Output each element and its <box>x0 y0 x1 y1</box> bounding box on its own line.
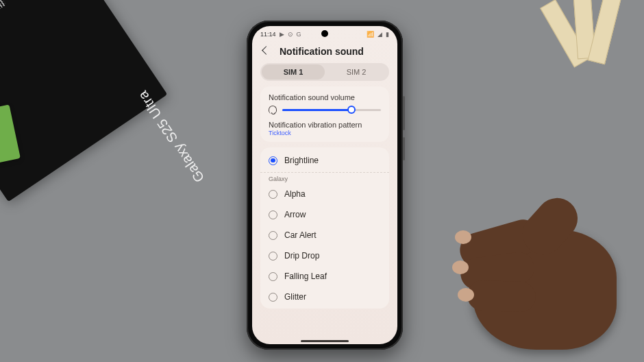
barcode <box>0 0 6 58</box>
page-title: Notification sound <box>280 46 364 57</box>
gesture-bar[interactable] <box>301 340 349 342</box>
header: Notification sound <box>252 43 397 63</box>
product-box-label: Galaxy S25 Ultra <box>135 88 208 185</box>
sound-option[interactable]: Drip Drop <box>260 245 389 266</box>
radio-icon <box>269 210 277 219</box>
phone-stand <box>549 0 644 70</box>
phone: 11:14 ▶ ⊙ G 📶 ◢ ▮ Notification sound SIM… <box>247 21 403 350</box>
sound-option[interactable]: Falling Leaf <box>260 266 389 287</box>
sound-option-label: Glitter <box>284 292 306 302</box>
signal-icon: ◢ <box>377 31 382 38</box>
slider-fill <box>282 109 351 111</box>
vibration-value: Ticktock <box>269 130 381 136</box>
radio-icon <box>269 190 277 199</box>
sound-option-label: Brightline <box>284 156 319 165</box>
hand <box>411 171 617 350</box>
volume-slider[interactable] <box>269 106 381 114</box>
sound-option[interactable]: Glitter <box>260 287 389 307</box>
sound-option-label: Car Alert <box>284 230 317 240</box>
status-icon: ▶ <box>280 31 284 38</box>
status-icon: ⊙ <box>288 31 293 38</box>
radio-selected-icon <box>269 156 277 165</box>
radio-icon <box>269 293 277 302</box>
tab-sim-1[interactable]: SIM 1 <box>262 64 325 80</box>
back-icon[interactable] <box>260 45 273 58</box>
front-camera <box>321 30 328 37</box>
bell-icon <box>269 106 277 114</box>
tab-sim-2[interactable]: SIM 2 <box>325 64 388 80</box>
sound-option[interactable]: Car Alert <box>260 225 389 245</box>
sim-tabs: SIM 1 SIM 2 <box>260 63 389 81</box>
volume-label: Notification sound volume <box>269 93 381 101</box>
radio-icon <box>269 272 277 281</box>
power-button <box>403 137 405 160</box>
sound-option-label: Drip Drop <box>284 251 319 261</box>
sound-option-label: Arrow <box>284 210 306 219</box>
radio-icon <box>269 231 277 240</box>
wifi-icon: 📶 <box>367 31 374 38</box>
settings-card: Notification sound volume Notification v… <box>260 86 389 142</box>
slider-track[interactable] <box>282 109 381 111</box>
sound-option-label: Falling Leaf <box>284 272 327 281</box>
sound-option[interactable]: Alpha <box>260 184 389 204</box>
battery-icon: ▮ <box>386 31 389 38</box>
status-icon: G <box>297 31 301 38</box>
volume-button <box>403 96 405 130</box>
screen: 11:14 ▶ ⊙ G 📶 ◢ ▮ Notification sound SIM… <box>252 26 397 344</box>
sound-list: Brightline Galaxy Alpha Arrow Car Alert <box>260 147 389 309</box>
sound-option[interactable]: Arrow <box>260 204 389 225</box>
sound-option-label: Alpha <box>284 189 306 199</box>
sound-option-brightline[interactable]: Brightline <box>260 150 389 171</box>
vibration-label: Notification vibration pattern <box>269 121 381 129</box>
vibration-pattern-row[interactable]: Notification vibration pattern Ticktock <box>269 121 381 136</box>
product-box: Galaxy S25 Ultra <box>0 0 167 202</box>
status-time: 11:14 <box>260 31 276 38</box>
slider-thumb[interactable] <box>347 106 356 114</box>
sound-group-label: Galaxy <box>260 172 389 184</box>
radio-icon <box>269 252 277 261</box>
scene: Galaxy S25 Ultra 11:14 ▶ ⊙ G 📶 ◢ <box>0 0 644 362</box>
